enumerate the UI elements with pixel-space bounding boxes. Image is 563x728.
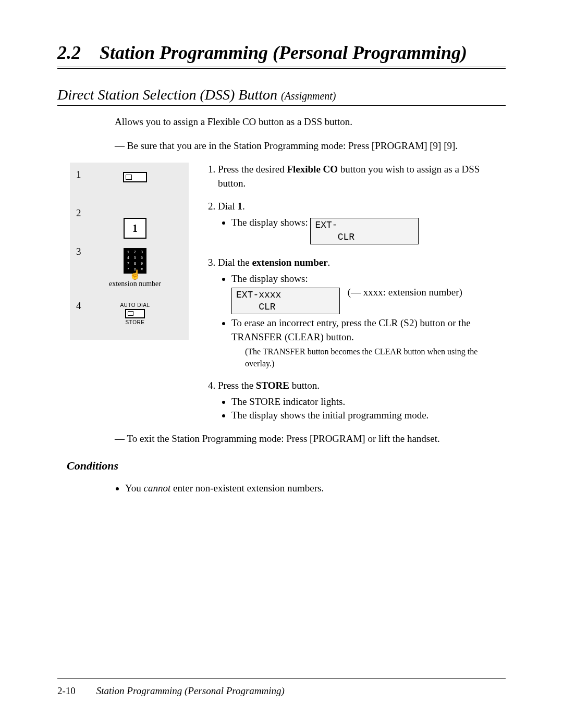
keypad-key: 1 (125, 250, 131, 255)
side-step-3-num: 3 (76, 246, 88, 257)
intro-text: Allows you to assign a Flexible CO butto… (115, 115, 506, 129)
key-1-label: 1 (124, 218, 146, 239)
page: 2.2 Station Programming (Personal Progra… (0, 0, 563, 728)
section-heading: 2.2 Station Programming (Personal Progra… (57, 42, 506, 64)
step-2-text-a: Dial (218, 201, 237, 212)
step-3-bold: extension number (252, 257, 327, 268)
store-label: STORE (126, 319, 145, 325)
page-number: 2-10 (57, 685, 94, 697)
conditions-heading: Conditions (67, 459, 506, 473)
precheck-text: — Be sure that you are in the Station Pr… (115, 139, 506, 153)
step-3-note: (— xxxx: extension number) (348, 287, 462, 298)
condition-italic: cannot (144, 483, 171, 493)
step-2-bold: 1 (237, 201, 242, 212)
step-2-bullet-text: The display shows: (231, 217, 308, 228)
step-3: Dial the extension number. The display s… (218, 256, 506, 369)
step-4: Press the STORE button. The STORE indica… (218, 379, 506, 423)
step-4-text-a: Press the (218, 380, 256, 391)
step-4-bullet-2: The display shows the initial programmin… (231, 409, 506, 423)
keypad-key: 9 (139, 261, 145, 266)
store-button-icon: AUTO DIAL STORE (88, 302, 182, 325)
step-3-text-b: . (328, 257, 331, 268)
section-title-text: Station Programming (Personal Programmin… (100, 42, 467, 63)
autodial-label: AUTO DIAL (120, 302, 150, 308)
keypad-key: 5 (132, 255, 138, 261)
keypad-label: extension number (109, 280, 161, 288)
step-4-bullet-1: The STORE indicator lights. (231, 395, 506, 409)
condition-text-a: You (125, 483, 144, 493)
step-3-bullet-2: To erase an incorrect entry, press the C… (231, 316, 506, 369)
keypad-key: 7 (125, 261, 131, 266)
heading-rule (57, 67, 506, 69)
body-row: 1 2 1 3 1 2 3 4 5 (57, 163, 506, 432)
step-3-overlay-note: (The TRANSFER button becomes the CLEAR b… (245, 346, 506, 369)
keypad-key: 3 (139, 250, 145, 255)
step-4-bold: STORE (256, 380, 289, 391)
step-1-text-a: Press the desired (218, 164, 287, 175)
condition-text-b: enter non-existent extension numbers. (170, 483, 324, 493)
side-step-2-num: 2 (76, 207, 88, 219)
display-box-1: EXT- CLR (310, 218, 419, 244)
step-2-text-b: . (242, 201, 245, 212)
conditions-list: You cannot enter non-existent extension … (125, 483, 506, 494)
footer-title: Station Programming (Personal Programmin… (96, 685, 285, 696)
step-4-text-b: button. (289, 380, 320, 391)
hand-icon: ☝ (129, 273, 141, 277)
step-2-bullet: The display shows: EXT- CLR (231, 216, 506, 246)
steps-column: Press the desired Flexible CO button you… (189, 163, 506, 432)
keypad-key: 6 (139, 255, 145, 261)
step-2: Dial 1. The display shows: EXT- CLR (218, 200, 506, 246)
keypad-key: 4 (125, 255, 131, 261)
side-step-1-num: 1 (76, 169, 88, 180)
side-step-4: 4 AUTO DIAL STORE (76, 300, 182, 331)
section-number: 2.2 (57, 42, 81, 63)
step-3-bullet-1: The display shows: EXT-xxxx CLR (— xxxx:… (231, 272, 506, 317)
exit-note: — To exit the Station Programming mode: … (115, 432, 506, 446)
step-3-erase-text: To erase an incorrect entry, press the C… (231, 317, 471, 342)
key-1-icon: 1 (88, 207, 182, 239)
page-footer: 2-10 Station Programming (Personal Progr… (57, 678, 506, 697)
keypad-key: 2 (132, 250, 138, 255)
step-3-text-a: Dial the (218, 257, 252, 268)
step-3-bullet-text: The display shows: (231, 273, 308, 284)
co-button-icon (88, 169, 182, 182)
subsection-title-main: Direct Station Selection (DSS) Button (57, 87, 277, 103)
side-step-1: 1 (76, 169, 182, 200)
keypad-icon: 1 2 3 4 5 6 7 8 9 * 0 # ☝ extension n (88, 248, 182, 288)
step-1: Press the desired Flexible CO button you… (218, 163, 506, 190)
condition-item: You cannot enter non-existent extension … (125, 483, 506, 494)
side-step-4-num: 4 (76, 300, 88, 312)
subsection-heading: Direct Station Selection (DSS) Button (A… (57, 87, 506, 106)
step-1-bold: Flexible CO (287, 164, 338, 175)
subsection-title-small: (Assignment) (281, 90, 336, 102)
display-box-2: EXT-xxxx CLR (231, 288, 340, 314)
step-sidebar: 1 2 1 3 1 2 3 4 5 (70, 163, 189, 340)
side-step-2: 2 1 (76, 207, 182, 239)
side-step-3: 3 1 2 3 4 5 6 7 8 9 * 0 # (76, 246, 182, 293)
keypad-key: 8 (132, 261, 138, 266)
